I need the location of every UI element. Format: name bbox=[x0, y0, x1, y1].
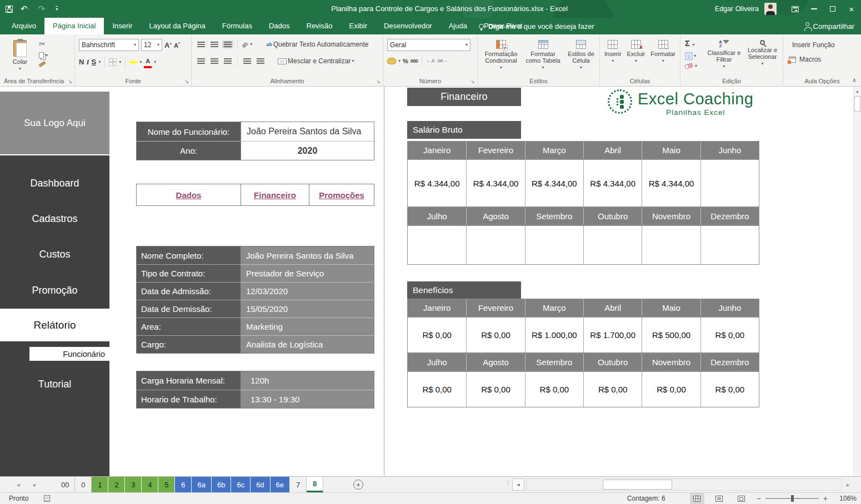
benefit-cell[interactable]: R$ 1.700,00 bbox=[583, 317, 642, 352]
tab-formulas[interactable]: Fórmulas bbox=[214, 18, 261, 34]
font-dialog-launcher-icon[interactable]: ↘ bbox=[184, 79, 189, 84]
sidebar-item-relatorio[interactable]: Relátorio bbox=[0, 309, 109, 341]
decrease-indent-button[interactable] bbox=[242, 57, 253, 65]
format-cells-button[interactable]: ↔ Formatar ▾ bbox=[648, 38, 678, 64]
employee-name-label-cell[interactable]: Nome do Funcionário: bbox=[137, 122, 241, 141]
benefit-cell[interactable]: R$ 1.000,00 bbox=[525, 317, 583, 352]
detail-value-cell[interactable]: 12/03/2020 bbox=[241, 282, 374, 300]
share-button[interactable]: Compartilhar bbox=[805, 18, 854, 34]
sidebar-item-promocao[interactable]: Promoção bbox=[0, 281, 109, 300]
merge-center-button[interactable]: Mesclar e Centralizar ▾ bbox=[276, 56, 356, 66]
underline-button[interactable]: S bbox=[91, 58, 96, 65]
benefit-cell[interactable]: R$ 0,00 bbox=[408, 317, 466, 352]
link-financeiro[interactable]: Financeiro bbox=[254, 190, 296, 200]
month-header-cell[interactable]: Fevereiro bbox=[466, 299, 524, 316]
month-header-cell[interactable]: Novembro bbox=[642, 208, 700, 225]
sheet-tab-4[interactable]: 4 bbox=[142, 477, 158, 492]
borders-icon[interactable] bbox=[109, 58, 117, 66]
number-format-combo[interactable]: Geral ▾ bbox=[387, 39, 470, 51]
macro-record-icon[interactable] bbox=[44, 495, 50, 502]
month-header-cell[interactable]: Fevereiro bbox=[466, 142, 524, 159]
month-header-cell[interactable]: Junho bbox=[700, 142, 759, 159]
sheet-tab-8[interactable]: 8 bbox=[307, 477, 323, 492]
wrap-text-button[interactable]: ab Quebrar Texto Automaticamente bbox=[264, 39, 370, 49]
tab-scroll-splitter-icon[interactable]: ⋮ bbox=[504, 479, 512, 487]
link-promocoes[interactable]: Promoções bbox=[319, 190, 364, 200]
number-dialog-launcher-icon[interactable]: ↘ bbox=[470, 79, 475, 84]
clear-button[interactable]: ▾ bbox=[685, 64, 697, 68]
horizontal-scroll-thumb[interactable] bbox=[603, 480, 672, 490]
align-center-button[interactable] bbox=[209, 57, 220, 65]
salary-cell[interactable]: R$ 4.344,00 bbox=[642, 160, 700, 206]
sheet-nav-prev-icon[interactable]: ◂ bbox=[17, 477, 20, 492]
month-header-cell[interactable]: Setembro bbox=[525, 354, 583, 371]
salary-cell[interactable]: R$ 4.344,00 bbox=[525, 160, 583, 206]
sidebar-subitem-funcionario[interactable]: Funcionário bbox=[29, 347, 109, 361]
month-header-cell[interactable]: Agosto bbox=[466, 354, 524, 371]
redo-button[interactable]: ↷▾ bbox=[38, 4, 48, 14]
vertical-scrollbar[interactable]: ▴ bbox=[853, 87, 861, 476]
benefit-cell[interactable]: R$ 0,00 bbox=[466, 317, 524, 352]
increase-font-button[interactable]: A▴ bbox=[164, 40, 172, 50]
sidebar-item-cadastros[interactable]: Cadastros bbox=[0, 209, 109, 228]
undo-button[interactable]: ↶▾ bbox=[21, 4, 31, 14]
insert-function-button[interactable]: Inserir Função bbox=[789, 41, 835, 49]
detail-label-cell[interactable]: Tipo de Contrato: bbox=[137, 264, 241, 282]
accounting-format-icon[interactable] bbox=[387, 58, 396, 64]
sheet-tab-6b[interactable]: 6b bbox=[212, 477, 231, 492]
close-button[interactable]: × bbox=[842, 0, 861, 18]
salary-cell[interactable] bbox=[466, 226, 524, 264]
maximize-button[interactable] bbox=[823, 0, 842, 18]
sidebar-item-tutorial[interactable]: Tutorial bbox=[0, 375, 109, 394]
hscroll-right-icon[interactable]: ▸ bbox=[847, 477, 850, 492]
view-normal-button[interactable] bbox=[690, 493, 704, 504]
benefit-cell[interactable]: R$ 0,00 bbox=[700, 317, 759, 352]
zoom-in-button[interactable]: + bbox=[823, 495, 828, 502]
tab-desenvolvedor[interactable]: Desenvolvedor bbox=[376, 18, 440, 34]
sheet-tab-5[interactable]: 5 bbox=[158, 477, 175, 492]
user-name[interactable]: Edgar Oliveira bbox=[715, 5, 759, 13]
salary-cell[interactable] bbox=[408, 226, 466, 264]
month-header-cell[interactable]: Agosto bbox=[466, 208, 524, 225]
bold-button[interactable]: N bbox=[79, 58, 84, 65]
month-header-cell[interactable]: Março bbox=[525, 142, 583, 159]
find-select-button[interactable]: Localizar e Selecionar ▾ bbox=[744, 38, 782, 70]
benefit-cell[interactable]: R$ 500,00 bbox=[642, 317, 700, 352]
tell-me-search[interactable]: Diga-me o que você deseja fazer bbox=[479, 18, 594, 34]
link-dados[interactable]: Dados bbox=[176, 190, 202, 200]
salary-cell[interactable] bbox=[700, 226, 759, 264]
align-left-button[interactable] bbox=[196, 57, 207, 65]
align-right-button[interactable] bbox=[222, 57, 233, 65]
month-header-cell[interactable]: Julho bbox=[408, 354, 466, 371]
employee-name-value-cell[interactable]: João Pereira Santos da Silva bbox=[241, 122, 374, 141]
month-header-cell[interactable]: Abril bbox=[583, 299, 642, 316]
autosum-button[interactable]: Σ ▾ bbox=[685, 38, 697, 48]
tab-arquivo[interactable]: Arquivo bbox=[3, 18, 44, 34]
salary-cell[interactable]: R$ 4.344,00 bbox=[408, 160, 466, 206]
detail-label-cell[interactable]: Area: bbox=[137, 317, 241, 335]
detail-value-cell[interactable]: Prestador de Serviço bbox=[241, 264, 374, 282]
decrease-decimal-icon[interactable]: ,00→ bbox=[437, 59, 447, 63]
italic-button[interactable]: I bbox=[86, 58, 89, 65]
schedule-value-cell[interactable]: 13:30 - 19:30 bbox=[241, 390, 374, 408]
sidebar-item-dashboard[interactable]: Dashboard bbox=[0, 174, 109, 193]
sheet-tab-00[interactable]: 00 bbox=[56, 477, 75, 492]
macros-button[interactable]: Macros bbox=[789, 56, 821, 63]
hscroll-left-button[interactable]: ◂ bbox=[512, 478, 524, 491]
paste-button[interactable]: Colar ▾ bbox=[6, 38, 34, 72]
align-bottom-button[interactable] bbox=[222, 41, 233, 48]
horizontal-scrollbar[interactable] bbox=[527, 478, 842, 491]
schedule-label-cell[interactable]: Horario de Trabalho: bbox=[137, 390, 241, 408]
sheet-tab-6e[interactable]: 6e bbox=[271, 477, 290, 492]
month-header-cell[interactable]: Novembro bbox=[642, 354, 700, 371]
year-value-cell[interactable]: 2020 bbox=[241, 141, 374, 160]
sidebar-item-custos[interactable]: Custos bbox=[0, 245, 109, 264]
user-avatar[interactable] bbox=[764, 3, 777, 15]
comma-style-icon[interactable]: 000 bbox=[411, 59, 418, 64]
tab-inserir[interactable]: Inserir bbox=[104, 18, 141, 34]
detail-label-cell[interactable]: Data de Demissão: bbox=[137, 300, 241, 317]
benefit-cell[interactable]: R$ 0,00 bbox=[642, 372, 700, 407]
save-icon[interactable] bbox=[6, 6, 13, 13]
benefit-cell[interactable]: R$ 0,00 bbox=[525, 372, 583, 407]
view-page-layout-button[interactable] bbox=[712, 493, 727, 504]
